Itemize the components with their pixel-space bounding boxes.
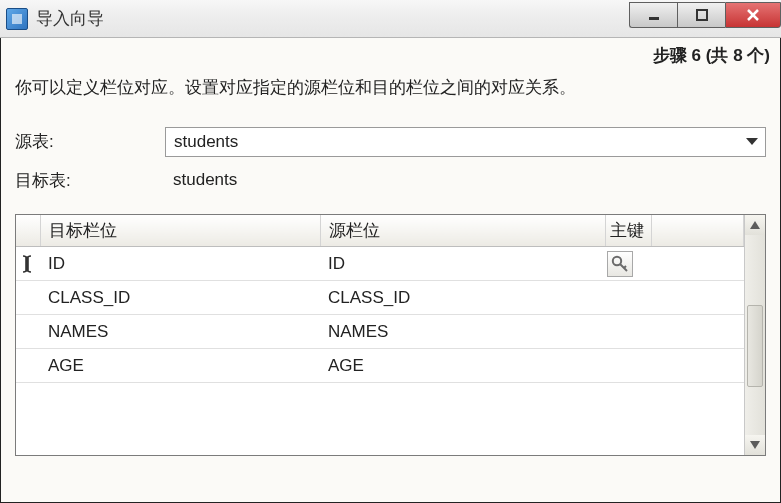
primary-key-cell[interactable] <box>605 349 651 383</box>
source-table-label: 源表: <box>15 130 165 153</box>
minimize-icon <box>647 8 661 22</box>
svg-marker-10 <box>750 441 760 449</box>
primary-key-cell[interactable] <box>605 247 651 281</box>
step-indicator: 步骤 6 (共 8 个) <box>1 38 780 67</box>
target-field-cell[interactable]: AGE <box>40 349 320 383</box>
target-field-cell[interactable]: CLASS_ID <box>40 281 320 315</box>
source-field-cell[interactable]: ID <box>320 247 605 281</box>
column-header-key[interactable]: 主键 <box>605 215 651 247</box>
row-indicator-cell <box>16 247 40 281</box>
svg-marker-9 <box>750 221 760 229</box>
table-row[interactable]: CLASS_IDCLASS_ID <box>16 281 744 315</box>
primary-key-cell[interactable] <box>605 281 651 315</box>
source-table-combobox[interactable]: students <box>165 127 766 157</box>
table-header-row: 目标栏位 源栏位 主键 <box>16 215 744 247</box>
window-title: 导入向导 <box>36 7 629 30</box>
maximize-icon <box>695 8 709 22</box>
target-field-cell[interactable]: ID <box>40 247 320 281</box>
target-table-label: 目标表: <box>15 169 165 192</box>
empty-cell <box>651 315 744 349</box>
source-table-row: 源表: students <box>1 121 780 163</box>
scroll-track[interactable] <box>745 235 765 435</box>
row-indicator-cell <box>16 315 40 349</box>
svg-rect-1 <box>649 17 659 20</box>
column-header-target[interactable]: 目标栏位 <box>40 215 320 247</box>
combobox-dropdown-button[interactable] <box>741 130 763 154</box>
description-text: 你可以定义栏位对应。设置对应指定的源栏位和目的栏位之间的对应关系。 <box>1 67 780 121</box>
target-table-row: 目标表: students <box>1 163 780 198</box>
column-header-rest <box>651 215 744 247</box>
close-icon <box>745 8 761 22</box>
target-table-value: students <box>165 170 766 190</box>
source-field-cell[interactable]: NAMES <box>320 315 605 349</box>
maximize-button[interactable] <box>677 2 725 28</box>
empty-cell <box>651 281 744 315</box>
table-row[interactable]: IDID <box>16 247 744 281</box>
app-icon <box>6 8 28 30</box>
svg-rect-0 <box>12 14 22 24</box>
row-indicator-cell <box>16 281 40 315</box>
scroll-thumb[interactable] <box>747 305 763 387</box>
mapping-table: 目标栏位 源栏位 主键 IDIDCLASS_IDCLASS_IDNAMESNAM… <box>16 215 744 384</box>
scroll-up-button[interactable] <box>745 215 765 235</box>
row-indicator-cell <box>16 349 40 383</box>
vertical-scrollbar[interactable] <box>744 215 765 455</box>
target-field-cell[interactable]: NAMES <box>40 315 320 349</box>
column-header-source[interactable]: 源栏位 <box>320 215 605 247</box>
field-mapping-grid: 目标栏位 源栏位 主键 IDIDCLASS_IDCLASS_IDNAMESNAM… <box>15 214 766 456</box>
source-field-cell[interactable]: CLASS_ID <box>320 281 605 315</box>
svg-marker-5 <box>746 138 758 145</box>
svg-point-6 <box>613 256 621 264</box>
column-header-indicator[interactable] <box>16 215 40 247</box>
minimize-button[interactable] <box>629 2 677 28</box>
window-controls <box>629 2 781 28</box>
source-field-cell[interactable]: AGE <box>320 349 605 383</box>
source-table-value: students <box>174 132 238 152</box>
empty-cell <box>651 247 744 281</box>
grid-main: 目标栏位 源栏位 主键 IDIDCLASS_IDCLASS_IDNAMESNAM… <box>16 215 744 455</box>
chevron-down-icon <box>746 138 758 146</box>
svg-rect-2 <box>697 10 707 20</box>
scroll-down-button[interactable] <box>745 435 765 455</box>
key-icon <box>607 251 633 277</box>
close-button[interactable] <box>725 2 781 28</box>
chevron-up-icon <box>750 221 760 229</box>
titlebar: 导入向导 <box>0 0 781 38</box>
svg-line-8 <box>624 266 626 268</box>
table-row[interactable]: NAMESNAMES <box>16 315 744 349</box>
primary-key-cell[interactable] <box>605 315 651 349</box>
empty-cell <box>651 349 744 383</box>
import-wizard-window: 导入向导 步骤 6 (共 8 个) 你可以定义栏位对应。设置对应指定的源栏位和目… <box>0 0 781 503</box>
chevron-down-icon <box>750 441 760 449</box>
content-area: 步骤 6 (共 8 个) 你可以定义栏位对应。设置对应指定的源栏位和目的栏位之间… <box>0 38 781 503</box>
table-row[interactable]: AGEAGE <box>16 349 744 383</box>
text-cursor-icon <box>16 254 38 274</box>
